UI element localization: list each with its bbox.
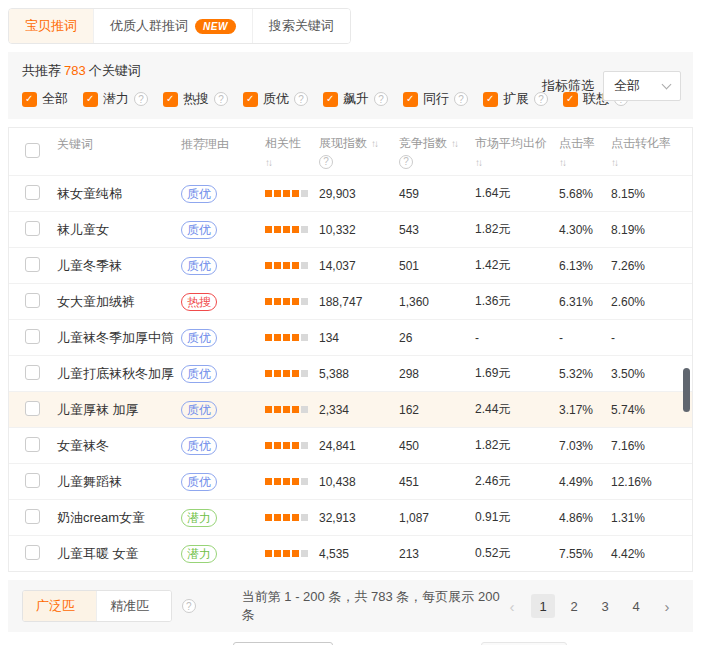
tab[interactable]: 优质人群推词 NEW bbox=[94, 9, 253, 43]
checkbox-unchecked-icon[interactable] bbox=[25, 473, 40, 488]
table-row[interactable]: 奶油cream女童 潜力 32,913 1,087 0.91元 4.86% 1.… bbox=[9, 499, 692, 535]
column-header: 展现指数 bbox=[319, 135, 399, 169]
checkbox-checked-icon[interactable] bbox=[483, 92, 498, 107]
competition-cell: 26 bbox=[399, 331, 475, 345]
checkbox-unchecked-icon[interactable] bbox=[25, 365, 40, 380]
checkbox-checked-icon[interactable] bbox=[323, 92, 338, 107]
table-row[interactable]: 儿童打底袜秋冬加厚 质优 5,388 298 1.69元 5.32% 3.50% bbox=[9, 355, 692, 391]
checkbox-unchecked-icon[interactable] bbox=[25, 329, 40, 344]
row-checkbox[interactable] bbox=[25, 221, 57, 239]
row-checkbox[interactable] bbox=[25, 437, 57, 455]
filter-item[interactable]: 热搜 bbox=[163, 90, 228, 108]
table-row[interactable]: 袜儿童女 质优 10,332 543 1.82元 4.30% 8.19% bbox=[9, 211, 692, 247]
table-header-row: 关键词 推荐理由 bbox=[9, 128, 692, 175]
checkbox-checked-icon[interactable] bbox=[403, 92, 418, 107]
checkbox-unchecked-icon[interactable] bbox=[25, 257, 40, 272]
filter-item[interactable]: 同行 bbox=[403, 90, 468, 108]
impressions-cell: 29,903 bbox=[319, 187, 399, 201]
table-row[interactable]: 儿童袜冬季加厚中筒 质优 134 26 - - - bbox=[9, 319, 692, 355]
table-row[interactable]: 儿童厚袜 加厚 质优 2,334 162 2.44元 3.17% 5.74% bbox=[9, 391, 692, 427]
help-icon[interactable] bbox=[454, 92, 468, 106]
tab[interactable]: 宝贝推词 bbox=[9, 9, 94, 43]
table-row[interactable]: 儿童耳暖 女童 潜力 4,535 213 0.52元 7.55% 4.42% bbox=[9, 535, 692, 571]
help-icon[interactable] bbox=[182, 599, 196, 613]
table-row[interactable]: 女童袜冬 质优 24,841 450 1.82元 7.03% 7.16% bbox=[9, 427, 692, 463]
checkbox-checked-icon[interactable] bbox=[163, 92, 178, 107]
keyword-cell: 儿童冬季袜 bbox=[57, 257, 181, 275]
filter-item[interactable]: 飙升 bbox=[323, 90, 388, 108]
checkbox-unchecked-icon[interactable] bbox=[25, 293, 40, 308]
row-checkbox[interactable] bbox=[25, 365, 57, 383]
column-label: 竞争指数 bbox=[399, 135, 447, 152]
row-checkbox[interactable] bbox=[25, 185, 57, 203]
competition-cell: 1,087 bbox=[399, 511, 475, 525]
row-checkbox[interactable] bbox=[25, 545, 57, 563]
checkbox-unchecked-icon[interactable] bbox=[25, 509, 40, 524]
checkbox-checked-icon[interactable] bbox=[22, 92, 37, 107]
table-row[interactable]: 女大童加绒裤 热搜 188,747 1,360 1.36元 6.31% 2.60… bbox=[9, 283, 692, 319]
filter-item[interactable]: 潜力 bbox=[83, 90, 148, 108]
help-icon[interactable] bbox=[399, 155, 413, 169]
help-icon[interactable] bbox=[134, 92, 148, 106]
filter-item[interactable]: 扩展 bbox=[483, 90, 548, 108]
row-checkbox[interactable] bbox=[25, 473, 57, 491]
metric-filter-select[interactable]: 全部 bbox=[603, 71, 681, 101]
row-checkbox[interactable] bbox=[25, 257, 57, 275]
tab[interactable]: 搜索关键词 bbox=[253, 9, 350, 43]
sort-icon[interactable] bbox=[475, 155, 483, 169]
page-button[interactable]: 4 bbox=[624, 594, 648, 618]
checkbox-unchecked-icon[interactable] bbox=[25, 437, 40, 452]
ctr-cell: - bbox=[559, 331, 611, 345]
match-type-button[interactable]: 广泛匹配 bbox=[23, 591, 97, 621]
column-label: 关键词 bbox=[57, 136, 93, 153]
page-button[interactable]: 2 bbox=[562, 594, 586, 618]
reason-badge: 质优 bbox=[181, 257, 217, 275]
column-header: 点击转化率 bbox=[611, 135, 692, 169]
reason-cell: 潜力 bbox=[181, 545, 265, 563]
keyword-cell: 女大童加绒裤 bbox=[57, 293, 181, 311]
filter-label: 质优 bbox=[263, 90, 289, 108]
row-checkbox[interactable] bbox=[25, 401, 57, 419]
match-type-button[interactable]: 精准匹配 bbox=[97, 591, 170, 621]
impressions-cell: 10,438 bbox=[319, 475, 399, 489]
checkbox-unchecked-icon[interactable] bbox=[25, 545, 40, 560]
impressions-cell: 24,841 bbox=[319, 439, 399, 453]
row-checkbox[interactable] bbox=[25, 329, 57, 347]
checkbox-unchecked-icon[interactable] bbox=[25, 401, 40, 416]
select-all-checkbox[interactable] bbox=[25, 143, 57, 161]
sort-icon[interactable] bbox=[611, 155, 619, 169]
ctr-cell: 3.17% bbox=[559, 403, 611, 417]
row-checkbox[interactable] bbox=[25, 293, 57, 311]
sort-icon[interactable] bbox=[371, 136, 379, 150]
help-icon[interactable] bbox=[374, 92, 388, 106]
sort-icon[interactable] bbox=[559, 155, 567, 169]
table-row[interactable]: 袜女童纯棉 质优 29,903 459 1.64元 5.68% 8.15% bbox=[9, 175, 692, 211]
tab-label: 优质人群推词 bbox=[110, 17, 188, 35]
filter-item[interactable]: 全部 bbox=[22, 90, 68, 108]
help-icon[interactable] bbox=[214, 92, 228, 106]
competition-cell: 298 bbox=[399, 367, 475, 381]
help-icon[interactable] bbox=[319, 155, 333, 169]
table-row[interactable]: 儿童舞蹈袜 质优 10,438 451 2.46元 4.49% 12.16% bbox=[9, 463, 692, 499]
sort-icon[interactable] bbox=[265, 155, 273, 169]
checkbox-checked-icon[interactable] bbox=[83, 92, 98, 107]
filter-item[interactable]: 质优 bbox=[243, 90, 308, 108]
avg-price-cell: 0.91元 bbox=[475, 509, 559, 526]
checkbox-checked-icon[interactable] bbox=[243, 92, 258, 107]
checkbox-unchecked-icon[interactable] bbox=[25, 185, 40, 200]
table-row[interactable]: 儿童冬季袜 质优 14,037 501 1.42元 6.13% 7.26% bbox=[9, 247, 692, 283]
checkbox-unchecked-icon[interactable] bbox=[25, 143, 40, 158]
sort-icon[interactable] bbox=[451, 136, 459, 150]
next-page-icon[interactable]: › bbox=[655, 594, 679, 618]
help-icon[interactable] bbox=[294, 92, 308, 106]
checkbox-unchecked-icon[interactable] bbox=[25, 221, 40, 236]
page-button[interactable]: 1 bbox=[531, 594, 555, 618]
column-header: 市场平均出价 bbox=[475, 135, 559, 169]
reason-cell: 潜力 bbox=[181, 509, 265, 527]
prev-page-icon[interactable]: ‹ bbox=[500, 594, 524, 618]
scrollbar-thumb[interactable] bbox=[683, 368, 690, 412]
page-button[interactable]: 3 bbox=[593, 594, 617, 618]
summary-suffix: 个关键词 bbox=[89, 63, 141, 78]
row-checkbox[interactable] bbox=[25, 509, 57, 527]
relevance-bars bbox=[265, 226, 319, 233]
